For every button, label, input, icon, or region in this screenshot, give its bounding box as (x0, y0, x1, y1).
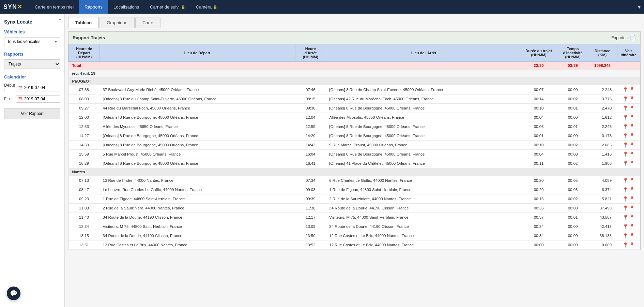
end-location-icon[interactable]: 📍 (629, 115, 635, 120)
nav-carte[interactable]: Carte en temps réel (29, 0, 79, 14)
report-table: Heure de Départ (HH:MM) Lieu de Départ H… (68, 44, 640, 250)
cell-lieu-arret: 2 Rue de la Saulzinière, 44000 Nantes, F… (326, 194, 522, 204)
cell-voir[interactable]: 📍 📍 (617, 213, 640, 222)
fin-date-input[interactable] (24, 97, 58, 101)
start-location-icon[interactable]: 📍 (623, 151, 628, 157)
vehicles-select[interactable]: Tous les véhicules (4, 37, 60, 46)
cell-voir[interactable]: 📍 📍 (617, 185, 640, 194)
end-location-icon[interactable]: 📍 (629, 133, 635, 138)
start-location-icon[interactable]: 📍 (623, 115, 628, 120)
start-location-icon[interactable]: 📍 (623, 96, 628, 102)
start-location-icon[interactable]: 📍 (623, 124, 628, 129)
end-location-icon[interactable]: 📍 (629, 161, 635, 166)
cell-voir[interactable]: 📍 📍 (617, 176, 640, 185)
end-location-icon[interactable]: 📍 (629, 233, 635, 238)
end-location-icon[interactable]: 📍 (629, 215, 635, 220)
cell-voir[interactable]: 📍 📍 (617, 141, 640, 150)
debut-row: Début : 📅 (4, 83, 60, 92)
start-location-icon[interactable]: 📍 (623, 196, 628, 202)
cell-lieu-arret: [Orleans] 8 Rue de Bourgogne, 45000 Orlé… (326, 104, 522, 113)
tab-graphique[interactable]: Graphique (99, 17, 135, 28)
start-location-icon[interactable]: 📍 (623, 87, 628, 92)
start-location-icon[interactable]: 📍 (623, 215, 628, 220)
cell-voir[interactable]: 📍 📍 (617, 240, 640, 250)
total-voir (617, 62, 640, 70)
cell-voir[interactable]: 📍 📍 (617, 204, 640, 213)
cell-lieu-arret: Allée des Myosotis, 45650 Orléans, Franc… (326, 113, 522, 122)
sidebar-toggle[interactable]: « (59, 16, 62, 22)
tab-tableau[interactable]: Tableau (68, 17, 99, 28)
end-location-icon[interactable]: 📍 (629, 142, 635, 148)
sidebar: « Synx Locate Véhicules Tous les véhicul… (0, 14, 65, 307)
total-distance: 1096.246 (590, 62, 617, 70)
cell-inactivite: 00:02 (556, 194, 590, 204)
tab-carte[interactable]: Carte (135, 17, 160, 28)
cell-lieu-depart: Allée des Myosotis, 45650 Orléans, Franc… (99, 122, 295, 131)
end-location-icon[interactable]: 📍 (629, 96, 635, 102)
nav-carnet[interactable]: Carnet de suivi🔒 (144, 0, 190, 14)
fin-input-wrapper: 📅 (16, 95, 60, 103)
calendar-icon-fin: 📅 (18, 97, 23, 101)
start-location-icon[interactable]: 📍 (623, 142, 628, 148)
cell-heure-arret: 12:04 (295, 113, 326, 122)
table-row: 07:13 13 Rue de l'Indre, 44000 Nantes, F… (69, 176, 640, 185)
nav-camera[interactable]: Caméra🔒 (190, 0, 223, 14)
route-icons: 📍 📍 (620, 151, 637, 157)
route-icons: 📍 📍 (620, 233, 637, 238)
nav-localisations[interactable]: Localisations (108, 0, 144, 14)
start-location-icon[interactable]: 📍 (623, 161, 628, 166)
cell-lieu-arret: 12 Rue Costes et Le Brix, 44000 Nantes, … (326, 240, 522, 250)
end-location-icon[interactable]: 📍 (629, 224, 635, 229)
cell-inactivite: 00:05 (556, 176, 590, 185)
cell-voir[interactable]: 📍 📍 (617, 104, 640, 113)
route-icons: 📍 📍 (620, 161, 637, 166)
cell-voir[interactable]: 📍 📍 (617, 159, 640, 168)
cell-voir[interactable]: 📍 📍 (617, 131, 640, 141)
start-location-icon[interactable]: 📍 (623, 224, 628, 229)
route-icons: 📍 📍 (620, 196, 637, 202)
cell-voir[interactable]: 📍 📍 (617, 94, 640, 104)
cell-heure-depart: 14:33 (69, 141, 99, 150)
cell-duree: 00:04 (522, 113, 556, 122)
report-type-select[interactable]: Trajets (4, 59, 60, 69)
cell-voir[interactable]: 📍 📍 (617, 194, 640, 204)
cell-lieu-depart: 13 Rue de l'Indre, 44000 Nantes, France (99, 176, 295, 185)
cell-voir[interactable]: 📍 📍 (617, 113, 640, 122)
end-location-icon[interactable]: 📍 (629, 196, 635, 202)
voir-rapport-button[interactable]: Voir Rapport (4, 108, 60, 119)
end-location-icon[interactable]: 📍 (629, 187, 635, 192)
end-location-icon[interactable]: 📍 (629, 105, 635, 111)
start-location-icon[interactable]: 📍 (623, 178, 628, 183)
cell-inactivite: 00:00 (556, 204, 590, 213)
nav-rapports[interactable]: Rapports (79, 0, 108, 14)
cell-voir[interactable]: 📍 📍 (617, 222, 640, 231)
start-location-icon[interactable]: 📍 (623, 233, 628, 238)
table-row: 09:27 44 Rue du Maréchal Foch, 45000 Orl… (69, 104, 640, 113)
cell-voir[interactable]: 📍 📍 (617, 150, 640, 159)
cell-distance: 38.138 (590, 231, 617, 240)
navbar-dropdown[interactable]: ▾ (638, 4, 641, 10)
export-icon[interactable]: 📄 (629, 34, 636, 41)
cell-voir[interactable]: 📍 📍 (617, 85, 640, 94)
start-location-icon[interactable]: 📍 (623, 133, 628, 138)
end-location-icon[interactable]: 📍 (629, 178, 635, 183)
cell-voir[interactable]: 📍 📍 (617, 231, 640, 240)
end-location-icon[interactable]: 📍 (629, 124, 635, 129)
table-row: 12:00 [Orleans] 8 Rue de Bourgogne, 4500… (69, 113, 640, 122)
start-location-icon[interactable]: 📍 (623, 105, 628, 111)
total-duree: 23:30 (522, 62, 556, 70)
col-header-inactivite: Temps d'Inactivité (HH:MM) (556, 44, 590, 62)
start-location-icon[interactable]: 📍 (623, 242, 628, 248)
start-location-icon[interactable]: 📍 (623, 187, 628, 192)
debut-date-input[interactable] (24, 85, 58, 90)
fin-row: Fin : 📅 (4, 95, 60, 103)
brand-logo: SYN✕ (3, 3, 22, 11)
end-location-icon[interactable]: 📍 (629, 242, 635, 248)
start-location-icon[interactable]: 📍 (623, 205, 628, 211)
end-location-icon[interactable]: 📍 (629, 151, 635, 157)
end-location-icon[interactable]: 📍 (629, 205, 635, 211)
cell-voir[interactable]: 📍 📍 (617, 122, 640, 131)
end-location-icon[interactable]: 📍 (629, 87, 635, 92)
chat-bubble[interactable]: 💬 (7, 287, 20, 300)
cell-heure-depart: 13:15 (69, 231, 99, 240)
